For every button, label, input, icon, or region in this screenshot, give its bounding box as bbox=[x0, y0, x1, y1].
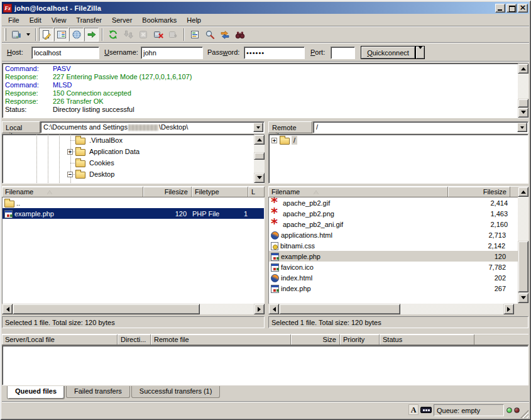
close-button[interactable] bbox=[518, 4, 528, 13]
tree-item[interactable]: / bbox=[269, 135, 528, 146]
remote-list-scrollbar[interactable] bbox=[518, 187, 528, 303]
column-header[interactable]: Remote file bbox=[151, 334, 291, 345]
expander-icon[interactable] bbox=[67, 149, 73, 155]
toggle-local-tree-icon[interactable] bbox=[54, 28, 68, 41]
column-header[interactable]: Filesize bbox=[448, 187, 510, 197]
password-input[interactable] bbox=[244, 47, 305, 59]
log-scrollbar[interactable] bbox=[518, 64, 528, 118]
scroll-left-button[interactable] bbox=[2, 304, 13, 314]
remote-site-dropdown[interactable] bbox=[517, 123, 527, 132]
scroll-right-button[interactable] bbox=[254, 304, 265, 314]
port-label: Port: bbox=[310, 48, 325, 56]
column-header[interactable]: Status bbox=[380, 334, 474, 345]
queue-tab[interactable]: Successful transfers (1) bbox=[131, 386, 221, 398]
local-site-dropdown[interactable] bbox=[253, 123, 263, 132]
scroll-down-button[interactable] bbox=[254, 173, 265, 183]
file-icon bbox=[271, 231, 279, 240]
menu-item[interactable]: Bookmarks bbox=[137, 15, 182, 25]
file-row[interactable]: apache_pb2.png 1,463 bbox=[269, 208, 518, 219]
queue-tab[interactable]: Queued files bbox=[7, 386, 65, 399]
refresh-icon[interactable] bbox=[106, 28, 120, 41]
reconnect-icon[interactable] bbox=[166, 28, 180, 41]
menu-item[interactable]: Transfer bbox=[71, 15, 107, 25]
menu-item[interactable]: View bbox=[47, 15, 72, 25]
quickconnect-button[interactable]: Quickconnect bbox=[361, 46, 415, 59]
cancel-icon[interactable] bbox=[136, 28, 150, 41]
toggle-remote-tree-icon[interactable] bbox=[69, 28, 84, 41]
menu-item[interactable]: Edit bbox=[25, 15, 47, 25]
expander-icon[interactable] bbox=[271, 138, 277, 143]
quickconnect-dropdown[interactable] bbox=[415, 46, 425, 59]
scrollbar-thumb[interactable] bbox=[518, 99, 528, 108]
file-name: applications.html bbox=[281, 231, 447, 239]
minimize-button[interactable] bbox=[495, 4, 505, 13]
tree-item[interactable]: Desktop bbox=[3, 169, 264, 180]
resize-grip[interactable] bbox=[520, 410, 528, 418]
username-input[interactable] bbox=[141, 47, 203, 59]
scrollbar-thumb[interactable] bbox=[13, 304, 200, 314]
filezilla-window: Fz john@localhost - FileZilla FileEditVi… bbox=[0, 0, 531, 420]
sort-ascending-icon bbox=[47, 191, 52, 194]
tree-item[interactable]: .VirtualBox bbox=[3, 135, 264, 146]
column-header[interactable]: Filesize bbox=[143, 187, 192, 197]
column-header[interactable]: Filename bbox=[2, 187, 143, 197]
remote-list-hscrollbar[interactable] bbox=[268, 304, 514, 314]
message-log: Command:PASV Response:227 Entering Passi… bbox=[2, 63, 528, 118]
local-tree-scrollbar[interactable] bbox=[254, 135, 265, 183]
column-header[interactable]: Directi... bbox=[118, 334, 151, 345]
scrollbar-thumb[interactable] bbox=[279, 304, 400, 314]
port-input[interactable] bbox=[331, 47, 355, 59]
toolbar-grip[interactable] bbox=[4, 28, 6, 41]
column-header[interactable]: L bbox=[248, 187, 265, 197]
disconnect-icon[interactable] bbox=[151, 28, 165, 41]
remote-site-combo[interactable]: / bbox=[313, 121, 528, 133]
tree-item[interactable]: Cookies bbox=[3, 157, 264, 169]
find-icon[interactable] bbox=[233, 28, 247, 41]
expander-icon[interactable] bbox=[67, 172, 73, 177]
local-list-hscrollbar[interactable] bbox=[2, 304, 265, 314]
scroll-down-button[interactable] bbox=[518, 293, 528, 303]
menu-item[interactable]: Help bbox=[182, 15, 206, 25]
file-row[interactable]: example.php 120 bbox=[269, 251, 518, 262]
scroll-up-button[interactable] bbox=[254, 135, 265, 145]
column-header[interactable]: Server/Local file bbox=[2, 334, 118, 345]
speed-limit-icon[interactable] bbox=[420, 407, 432, 413]
file-row[interactable]: index.html 202 bbox=[269, 272, 518, 283]
scroll-up-button[interactable] bbox=[518, 187, 528, 197]
toggle-log-icon[interactable] bbox=[39, 28, 53, 41]
file-row[interactable]: apache_pb2_ani.gif 2,160 bbox=[269, 219, 518, 229]
column-header[interactable]: Filename bbox=[268, 187, 448, 197]
file-row[interactable]: applications.html 2,713 bbox=[269, 229, 518, 240]
file-row[interactable]: example.php 120 PHP File 1 bbox=[3, 208, 264, 219]
tree-item[interactable]: Application Data bbox=[3, 146, 264, 157]
local-site-combo[interactable]: C:\Documents and Settings\Desktop\ bbox=[40, 121, 265, 133]
site-manager-icon[interactable] bbox=[9, 28, 23, 41]
toggle-queue-icon[interactable] bbox=[84, 28, 99, 41]
column-header[interactable]: Priority bbox=[340, 334, 380, 345]
file-row[interactable]: .. bbox=[3, 197, 264, 208]
maximize-button[interactable] bbox=[506, 4, 517, 13]
column-header[interactable]: Filetype bbox=[192, 187, 248, 197]
scrollbar-thumb[interactable] bbox=[254, 152, 265, 160]
file-row[interactable]: index.php 267 bbox=[269, 283, 518, 294]
file-row[interactable]: apache_pb2.gif 2,414 bbox=[269, 197, 518, 208]
file-row[interactable]: bitnami.css 2,142 bbox=[269, 240, 518, 251]
scrollbar-thumb[interactable] bbox=[518, 241, 528, 292]
column-header[interactable]: Size bbox=[291, 334, 340, 345]
transfer-type-icon[interactable]: A bbox=[408, 404, 419, 415]
menu-item[interactable]: Server bbox=[107, 15, 137, 25]
file-row[interactable]: favicon.ico 7,782 bbox=[269, 262, 518, 272]
queue-tab[interactable]: Failed transfers bbox=[66, 386, 130, 398]
host-input[interactable] bbox=[31, 47, 99, 59]
scroll-left-button[interactable] bbox=[268, 304, 279, 314]
menu-item[interactable]: File bbox=[3, 15, 25, 25]
scroll-down-button[interactable] bbox=[518, 108, 528, 118]
site-manager-dropdown[interactable] bbox=[24, 28, 32, 41]
sync-browse-icon[interactable] bbox=[217, 28, 232, 41]
file-size: 2,160 bbox=[449, 221, 511, 228]
filter-icon[interactable] bbox=[187, 28, 202, 41]
compare-icon[interactable] bbox=[202, 28, 217, 41]
process-queue-icon[interactable] bbox=[121, 28, 135, 41]
scroll-right-button[interactable] bbox=[503, 304, 514, 314]
scroll-up-button[interactable] bbox=[518, 64, 528, 74]
